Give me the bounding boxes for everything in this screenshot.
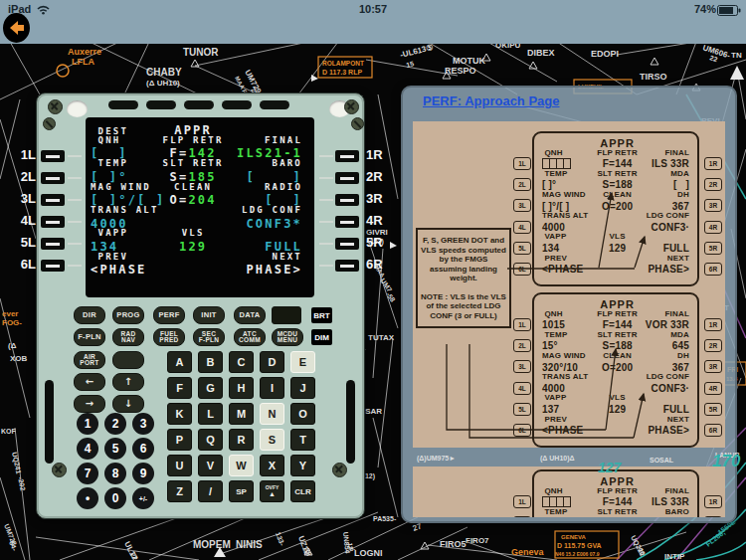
doc-page-text: MAG WIND [542, 190, 586, 199]
doc-lsk-tag-6l: 6L [513, 424, 531, 437]
key-sec-f-pln[interactable]: SEC F-PLN [193, 328, 225, 346]
key-f-pln[interactable]: F-PLN [74, 328, 105, 346]
key-9[interactable]: 9 [132, 463, 154, 484]
slew-up-key[interactable]: ↑ [112, 373, 144, 391]
key-q[interactable]: Q [198, 429, 223, 451]
key-3[interactable]: 3 [132, 413, 154, 435]
key-h[interactable]: H [229, 377, 254, 399]
doc-page-text: 134 [542, 243, 559, 254]
lsk-4r[interactable] [335, 216, 359, 228]
key-decimal[interactable]: • [77, 487, 98, 509]
key-5[interactable]: 5 [104, 438, 126, 460]
key-y[interactable]: Y [290, 455, 315, 476]
key-atc-comm[interactable]: ATC COMM [234, 328, 266, 346]
doc-lsk-tag-4l: 4L [513, 221, 531, 234]
key-data[interactable]: DATA [234, 306, 266, 324]
key-o[interactable]: O [290, 403, 315, 425]
lsk-6l[interactable] [41, 260, 65, 272]
back-button[interactable] [3, 13, 30, 43]
brt-key[interactable]: BRT [311, 307, 332, 323]
key-b[interactable]: B [198, 351, 223, 373]
key-prog[interactable]: PROG [112, 306, 144, 324]
key-k[interactable]: K [167, 403, 192, 425]
key-c[interactable]: C [229, 351, 254, 373]
doc-page-row: 4000CONF3· [534, 222, 697, 233]
doc-page-text: VOR 33R [646, 319, 689, 330]
lsk-1l[interactable] [41, 150, 65, 162]
key-rad-nav[interactable]: RAD NAV [112, 328, 144, 346]
lsk-1r[interactable] [335, 150, 359, 162]
key-t[interactable]: T [290, 429, 315, 451]
key-a[interactable]: A [167, 351, 192, 373]
key-init[interactable]: INIT [193, 306, 225, 324]
key-u[interactable]: U [167, 455, 192, 476]
key-n[interactable]: N [260, 403, 284, 425]
key-d[interactable]: D [260, 351, 284, 373]
doc-page-text: F=144 [603, 496, 633, 507]
slew-down-key[interactable]: ↓ [112, 395, 144, 413]
key-m[interactable]: M [229, 403, 254, 425]
chart-label: FOG- [2, 318, 22, 327]
key-v[interactable]: V [198, 455, 223, 476]
doc-mcdu-page-1: APPR QNHFLP RETRFINALF=144ILS 33R TEMPSL… [532, 131, 699, 286]
clock: 10:57 [0, 3, 746, 15]
key-4[interactable]: 4 [77, 438, 98, 460]
lsk-2l[interactable] [41, 172, 65, 184]
key-j[interactable]: J [290, 377, 315, 399]
key-sp[interactable]: SP [229, 480, 254, 502]
key-l[interactable]: L [198, 403, 223, 425]
chart-label: ever [2, 309, 18, 318]
key-g[interactable]: G [198, 377, 223, 399]
amber-entry-boxes [542, 496, 570, 507]
dim-key[interactable]: DIM [311, 329, 332, 345]
doc-page-text: 129 [609, 404, 626, 415]
lsk-4l[interactable] [41, 216, 65, 228]
key-e[interactable]: E [290, 351, 315, 373]
key-2[interactable]: 2 [104, 413, 126, 435]
slew-right-key[interactable]: → [74, 395, 105, 413]
panel-title-link[interactable]: PERF: Approach Page [423, 93, 559, 108]
key-x[interactable]: X [260, 455, 284, 476]
key-blank[interactable] [272, 306, 301, 324]
key-r[interactable]: R [229, 429, 254, 451]
key-perf[interactable]: PERF [153, 306, 185, 324]
doc-page-row: QNHFLP RETRFINAL [534, 148, 697, 159]
lsk-label-2r: 2R [366, 169, 392, 184]
lsk-5l[interactable] [41, 238, 65, 250]
key-airport[interactable]: AIR PORT [74, 351, 105, 369]
key-mcdu-menu[interactable]: MCDU MENU [272, 328, 303, 346]
key-i[interactable]: I [260, 377, 284, 399]
key-slash[interactable]: / [198, 480, 223, 502]
lsk-label-3r: 3R [366, 191, 392, 206]
key-z[interactable]: Z [167, 480, 192, 502]
lsk-5r[interactable] [335, 238, 359, 250]
doc-page-text: PREV [542, 415, 567, 424]
doc-page-text: 129 [609, 243, 626, 254]
key-ovfy[interactable]: OVFY▲ [260, 480, 284, 502]
doc-page-text: FLP RETR [597, 148, 638, 157]
key-8[interactable]: 8 [104, 463, 126, 484]
key-f[interactable]: F [167, 377, 192, 399]
doc-mcdu-page-2: APPR QNHFLP RETRFINAL1015F=144VOR 33R TE… [532, 292, 699, 448]
key-6[interactable]: 6 [132, 438, 154, 460]
doc-page-text: 367 [672, 362, 689, 373]
key-s[interactable]: S [260, 429, 284, 451]
key-1[interactable]: 1 [77, 413, 98, 435]
key-0[interactable]: 0 [104, 487, 126, 509]
key-plus-minus[interactable]: +/- [132, 487, 154, 509]
slew-left-key[interactable]: ← [74, 373, 105, 391]
lsk-2r[interactable] [335, 172, 359, 184]
key-w[interactable]: W [229, 455, 254, 476]
key-7[interactable]: 7 [77, 463, 98, 484]
lsk-3r[interactable] [335, 194, 359, 206]
key-fuel-pred[interactable]: FUEL PRED [153, 328, 185, 346]
lsk-6r[interactable] [335, 260, 359, 272]
key-clr[interactable]: CLR [290, 480, 315, 502]
key-blank-oval[interactable] [112, 351, 144, 369]
chart-label: (Δ [8, 341, 17, 350]
key-p[interactable]: P [167, 429, 192, 451]
lsk-3l[interactable] [41, 194, 65, 206]
mcdu-screen-text: MAG WIND [91, 182, 151, 192]
chart-label: LOGNI [354, 548, 383, 558]
key-dir[interactable]: DIR [74, 306, 105, 324]
